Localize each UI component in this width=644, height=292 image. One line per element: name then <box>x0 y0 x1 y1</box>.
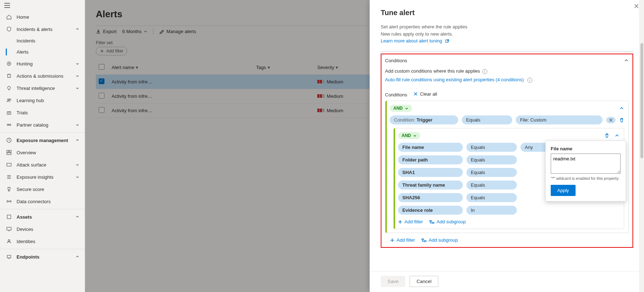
condition-op[interactable]: Equals <box>462 115 512 124</box>
nav-overview[interactable]: Overview <box>0 146 85 159</box>
nav-incidents[interactable]: Incidents <box>0 35 85 46</box>
svg-point-13 <box>7 201 8 202</box>
filename-textarea[interactable] <box>551 154 621 174</box>
gift-icon <box>6 109 12 116</box>
delete-icon[interactable] <box>619 118 624 123</box>
nav-learning[interactable]: Learning hub <box>0 94 85 106</box>
nav-partner[interactable]: Partner catalog <box>0 119 85 131</box>
condition-field[interactable]: Condition:Trigger <box>390 115 458 124</box>
learn-more-link[interactable]: Learn more about alert tuning <box>381 38 449 44</box>
condition-op[interactable]: Equals <box>466 155 517 164</box>
add-filter-link[interactable]: Add filter <box>398 219 423 224</box>
apply-button[interactable]: Apply <box>551 185 576 196</box>
svg-point-4 <box>9 99 11 100</box>
condition-field[interactable]: SHA256 <box>398 193 463 202</box>
info-icon[interactable]: i <box>482 69 487 74</box>
condition-field[interactable]: File name <box>398 143 463 152</box>
hamburger-icon[interactable] <box>0 0 85 11</box>
collapse-group-icon[interactable] <box>614 133 620 138</box>
svg-rect-18 <box>7 255 11 258</box>
svg-point-0 <box>7 62 11 65</box>
nav-hunting[interactable]: Hunting <box>0 58 85 70</box>
sidebar: Home Incidents & alerts Incidents Alerts… <box>0 0 85 292</box>
nav-assets[interactable]: Assets <box>0 211 85 223</box>
nav-label: Endpoints <box>17 254 75 260</box>
chevron-up-icon <box>75 255 80 259</box>
clear-all-button[interactable]: Clear all <box>413 91 437 97</box>
add-filter-link[interactable]: Add filter <box>390 237 415 243</box>
svg-point-6 <box>7 124 9 126</box>
nav-incidents-alerts[interactable]: Incidents & alerts <box>0 23 85 35</box>
condition-field[interactable]: SHA1 <box>398 168 463 177</box>
nav-secure-score[interactable]: Secure score <box>0 183 85 195</box>
and-operator[interactable]: AND <box>390 105 412 112</box>
close-icon[interactable] <box>634 4 639 9</box>
chevron-up-icon <box>75 138 80 142</box>
nav-divider <box>0 132 85 133</box>
panel-desc: Set alert properties where the rule appl… <box>381 23 633 45</box>
popup-label: File name <box>551 146 621 151</box>
nav-threat-intel[interactable]: Threat intelligence <box>0 82 85 94</box>
nav-trials[interactable]: Trials <box>0 106 85 119</box>
condition-field[interactable]: Evidence role <box>398 206 463 215</box>
nav-home[interactable]: Home <box>0 11 85 23</box>
nav-actions[interactable]: Actions & submissions <box>0 70 85 82</box>
condition-op[interactable]: Equals <box>466 143 517 152</box>
nav-alerts[interactable]: Alerts <box>0 46 85 58</box>
and-operator[interactable]: AND <box>398 132 420 139</box>
collapse-group-icon[interactable] <box>619 106 624 111</box>
nav-label: Attack surface <box>17 162 75 168</box>
list-icon <box>6 174 12 180</box>
target-icon <box>6 60 12 67</box>
nav-attack-surface[interactable]: Attack surface <box>0 159 85 171</box>
people-icon <box>6 97 12 104</box>
chevron-down-icon <box>75 163 80 167</box>
conditions-subheader: Conditions Clear all <box>385 91 629 97</box>
svg-rect-10 <box>9 150 11 152</box>
save-button[interactable]: Save <box>381 276 405 287</box>
chevron-down-icon <box>75 86 80 90</box>
connector-icon <box>6 198 12 205</box>
nested-add-row: Add filter Add subgroup <box>398 219 620 224</box>
main: Alerts Export 6 Months Manage alerts Fil… <box>85 0 644 292</box>
nav-devices[interactable]: Devices <box>0 223 85 235</box>
condition-op[interactable]: In <box>466 206 517 215</box>
conditions-title: Conditions <box>385 58 407 63</box>
svg-rect-15 <box>7 215 11 219</box>
svg-rect-20 <box>430 220 431 222</box>
nav-data-connectors[interactable]: Data connectors <box>0 195 85 207</box>
nav-label: Exposure management <box>17 138 75 143</box>
scrollbar[interactable] <box>639 0 644 292</box>
nav-exposure-mgmt[interactable]: Exposure management <box>0 134 85 146</box>
chevron-up-icon <box>75 215 80 219</box>
svg-point-1 <box>9 63 10 64</box>
info-icon[interactable]: i <box>527 78 532 83</box>
add-subgroup-link[interactable]: Add subgroup <box>429 219 466 224</box>
condition-op[interactable]: Equals <box>466 193 517 202</box>
nav-label: Incidents & alerts <box>17 27 75 32</box>
condition-field[interactable]: Threat family name <box>398 181 463 190</box>
panel-header: Tune alert Set alert properties where th… <box>370 0 644 51</box>
panel-body: Conditions Add custom conditions where t… <box>370 51 644 272</box>
remove-condition-icon[interactable] <box>606 117 616 123</box>
delete-group-icon[interactable] <box>604 133 609 138</box>
svg-point-17 <box>8 240 10 242</box>
cancel-button[interactable]: Cancel <box>410 276 438 287</box>
condition-value[interactable]: File: Custom <box>516 115 603 124</box>
svg-rect-21 <box>432 222 434 223</box>
nav-label: Data connectors <box>17 199 80 204</box>
nav-label: Exposure insights <box>17 174 75 180</box>
condition-op[interactable]: Equals <box>466 168 517 177</box>
autofill-link[interactable]: Auto-fill rule conditions using existing… <box>385 77 524 82</box>
popup-note: "*" wildcard is enabled for this propert… <box>551 176 621 181</box>
add-subgroup-link[interactable]: Add subgroup <box>421 237 458 243</box>
collapse-icon[interactable] <box>624 58 629 63</box>
nav-divider <box>0 209 85 209</box>
nav-endpoints[interactable]: Endpoints <box>0 251 85 263</box>
condition-field[interactable]: Folder path <box>398 155 463 164</box>
condition-op[interactable]: Equals <box>466 181 517 190</box>
nav-identities[interactable]: Identities <box>0 235 85 247</box>
nav-exposure-insights[interactable]: Exposure insights <box>0 171 85 183</box>
nav-divider <box>0 249 85 249</box>
outer-add-row: Add filter Add subgroup <box>390 237 629 243</box>
